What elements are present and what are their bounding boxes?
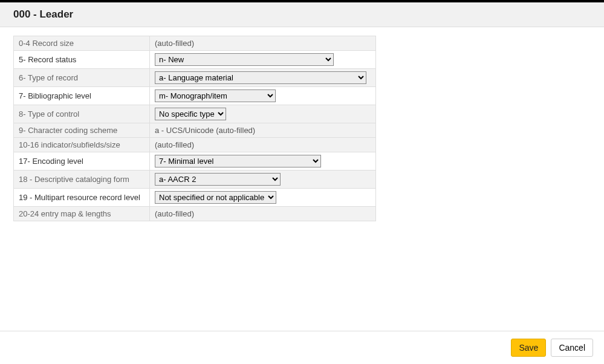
field-label: 17- Encoding level — [14, 152, 150, 171]
field-row-type-of-record: 6- Type of record a- Language material — [14, 69, 376, 87]
field-row-record-status: 5- Record status n- New — [14, 51, 376, 69]
dialog-header: 000 - Leader — [0, 2, 604, 27]
field-label: 18 - Descriptive cataloging form — [14, 171, 150, 189]
field-label: 5- Record status — [14, 51, 150, 69]
field-label: 10-16 indicator/subfields/size — [14, 138, 150, 152]
bibliographic-level-select[interactable]: m- Monograph/item — [155, 89, 276, 102]
dialog-footer: Save Cancel — [0, 331, 604, 364]
field-row-bibliographic-level: 7- Bibliographic level m- Monograph/item — [14, 87, 376, 105]
save-button[interactable]: Save — [511, 339, 546, 357]
field-row-multipart-resource: 19 - Multipart resource record level Not… — [14, 189, 376, 207]
field-static-value: (auto-filled) — [155, 140, 194, 149]
field-row-indicator-subfields: 10-16 indicator/subfields/size (auto-fil… — [14, 138, 376, 152]
field-row-character-coding: 9- Character coding scheme a - UCS/Unico… — [14, 123, 376, 138]
field-row-record-size: 0-4 Record size (auto-filled) — [14, 36, 376, 51]
descriptive-cataloging-select[interactable]: a- AACR 2 — [155, 173, 281, 186]
field-static-value: (auto-filled) — [155, 209, 194, 218]
field-static-value: (auto-filled) — [155, 39, 194, 48]
field-label: 20-24 entry map & lengths — [14, 207, 150, 221]
record-status-select[interactable]: n- New — [155, 53, 334, 66]
field-row-descriptive-cataloging: 18 - Descriptive cataloging form a- AACR… — [14, 171, 376, 189]
type-of-control-select[interactable]: No specific type — [155, 108, 226, 120]
field-static-value: a - UCS/Unicode (auto-filled) — [155, 126, 255, 135]
leader-fields-table: 0-4 Record size (auto-filled) 5- Record … — [13, 36, 376, 221]
field-label: 0-4 Record size — [14, 36, 150, 51]
field-row-encoding-level: 17- Encoding level 7- Minimal level — [14, 152, 376, 171]
cancel-button[interactable]: Cancel — [551, 339, 593, 357]
field-label: 8- Type of control — [14, 105, 150, 123]
field-label: 19 - Multipart resource record level — [14, 189, 150, 207]
field-label: 6- Type of record — [14, 69, 150, 87]
field-label: 7- Bibliographic level — [14, 87, 150, 105]
field-row-entry-map: 20-24 entry map & lengths (auto-filled) — [14, 207, 376, 221]
multipart-resource-select[interactable]: Not specified or not applicable — [155, 191, 276, 204]
encoding-level-select[interactable]: 7- Minimal level — [155, 155, 321, 167]
type-of-record-select[interactable]: a- Language material — [155, 71, 366, 84]
field-label: 9- Character coding scheme — [14, 123, 150, 138]
field-row-type-of-control: 8- Type of control No specific type — [14, 105, 376, 123]
dialog-content: 0-4 Record size (auto-filled) 5- Record … — [0, 27, 604, 331]
dialog-title: 000 - Leader — [13, 8, 591, 21]
